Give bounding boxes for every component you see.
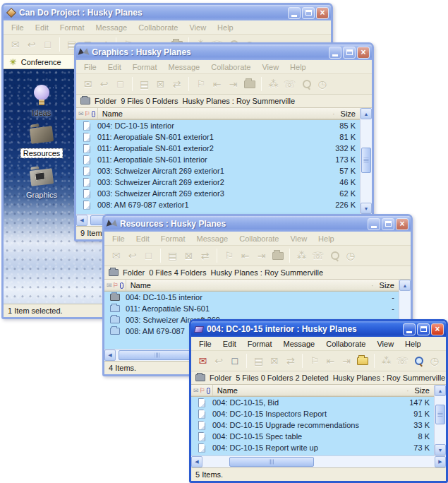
menu-help[interactable]: Help [313, 233, 339, 244]
file-icon [83, 144, 90, 153]
menu-collaborate[interactable]: Collaborate [206, 61, 255, 73]
table-row[interactable]: 008: AM 679-087 exterior1226 K [76, 199, 360, 210]
column-size[interactable]: Size [380, 281, 399, 290]
menu-format[interactable]: Format [55, 22, 90, 33]
minimize-button[interactable] [368, 218, 380, 230]
menu-view[interactable]: View [285, 233, 312, 244]
close-button[interactable]: × [396, 218, 408, 230]
menu-file[interactable]: File [107, 233, 130, 244]
file-list: 004: DC-10-15 interior85 K 011: Aeropati… [76, 120, 372, 214]
vertical-scrollbar[interactable]: ▲ ▼ [434, 385, 446, 455]
close-button[interactable]: × [431, 323, 444, 335]
scroll-up-icon[interactable]: ▲ [399, 280, 411, 291]
titlebar[interactable]: Resources : Husky Planes × [104, 216, 411, 232]
scrollbar-thumb[interactable] [119, 350, 196, 360]
new-document-icon: □ [141, 249, 156, 263]
menu-format[interactable]: Format [128, 61, 162, 73]
column-header[interactable]: ✉ ⚐ Name · Size [191, 385, 446, 397]
menu-message[interactable]: Message [192, 233, 234, 244]
titlebar[interactable]: Graphics : Husky Planes × [76, 44, 372, 60]
scrollbar-thumb[interactable] [229, 457, 314, 467]
column-header[interactable]: ✉ ⚐ Name · Size [104, 280, 411, 292]
maximize-button[interactable] [417, 323, 430, 335]
menu-format[interactable]: Format [243, 338, 277, 350]
menu-view[interactable]: View [184, 22, 211, 33]
horizontal-scrollbar[interactable]: ◀ ▶ [191, 455, 446, 467]
table-row[interactable]: 004: DC-10-15 interior85 K [76, 120, 360, 131]
file-icon [198, 432, 205, 441]
scroll-right-icon[interactable]: ▶ [435, 456, 446, 467]
minimize-button[interactable] [403, 323, 416, 335]
menu-file[interactable]: File [79, 61, 102, 73]
scroll-down-icon[interactable]: ▼ [361, 203, 372, 214]
menu-help[interactable]: Help [285, 61, 311, 73]
minimize-button[interactable] [288, 7, 301, 19]
search-icon[interactable] [411, 354, 426, 369]
table-row[interactable]: 011: Aeropatiale SN-601 interior173 K [76, 154, 360, 165]
scroll-down-icon[interactable]: ▼ [435, 444, 446, 455]
menu-message[interactable]: Message [164, 61, 205, 73]
menu-collaborate[interactable]: Collaborate [234, 233, 284, 244]
new-message-icon[interactable]: ✉ [195, 354, 210, 369]
menu-file[interactable]: File [6, 22, 29, 33]
close-button[interactable]: × [357, 47, 370, 59]
scroll-up-icon[interactable]: ▲ [435, 385, 446, 396]
column-name[interactable]: Name [126, 281, 371, 290]
menu-message[interactable]: Message [91, 22, 133, 33]
maximize-button[interactable] [343, 47, 356, 59]
table-row[interactable]: 004: DC-10-15, Bid147 K [191, 397, 434, 408]
scroll-left-icon[interactable]: ◀ [76, 215, 87, 226]
table-row[interactable]: 003: Schweizer Aircraft 269 exterior246 … [76, 177, 360, 188]
new-document-icon[interactable]: □ [227, 354, 242, 369]
menu-edit[interactable]: Edit [103, 61, 126, 73]
column-name[interactable]: Name [98, 109, 332, 118]
attachment-icon [120, 282, 123, 289]
shift-left-icon: ⇤ [210, 77, 224, 92]
menu-help[interactable]: Help [212, 22, 238, 33]
table-row[interactable]: 004: DC-10-15 Inspectors Report91 K [191, 408, 434, 419]
menu-format[interactable]: Format [156, 233, 190, 244]
table-row[interactable]: 011: Aeropatiale SN-601- [104, 303, 399, 314]
titlebar[interactable]: 004: DC-10-15 interior : Husky Planes × [191, 321, 446, 337]
file-name: 003: Schweizer Aircraft 269 exterior3 [97, 189, 339, 198]
menu-edit[interactable]: Edit [131, 233, 155, 244]
scroll-left-icon[interactable]: ◀ [104, 350, 116, 361]
menu-edit[interactable]: Edit [218, 338, 241, 350]
table-row[interactable]: 011: Aeropatiale SN-601 exterior181 K [76, 131, 360, 143]
sidebar-item-graphics[interactable]: Graphics [4, 169, 80, 199]
menu-file[interactable]: File [194, 338, 217, 350]
scrollbar-thumb[interactable] [435, 405, 445, 424]
scroll-left-icon[interactable]: ◀ [191, 456, 202, 467]
menu-collaborate[interactable]: Collaborate [133, 22, 183, 33]
table-row[interactable]: 004: DC-10-15 interior- [104, 292, 399, 303]
column-header[interactable]: ✉ ⚐ Name · Size [76, 108, 372, 120]
folder-owner: Husky Planes : Roy Summerville [211, 268, 324, 277]
column-size[interactable]: Size [415, 386, 434, 395]
menu-message[interactable]: Message [279, 338, 320, 350]
table-row[interactable]: 003: Schweizer Aircraft 269 exterior362 … [76, 188, 360, 199]
menu-view[interactable]: View [257, 61, 284, 73]
scroll-up-icon[interactable]: ▲ [361, 108, 372, 119]
table-row[interactable]: 004: DC-10-15 Spec table8 K [191, 431, 434, 442]
close-button[interactable]: × [316, 7, 329, 19]
menu-edit[interactable]: Edit [30, 22, 54, 33]
table-row[interactable]: 004: DC-10-15 Upgrade recommendations33 … [191, 419, 434, 431]
table-row[interactable]: 011: Aeropatiale SN-601 exterior2332 K [76, 143, 360, 154]
column-name[interactable]: Name [213, 386, 406, 395]
sidebar-item-resources[interactable]: Resources [4, 127, 80, 158]
menu-collaborate[interactable]: Collaborate [321, 338, 370, 350]
maximize-button[interactable] [382, 218, 394, 230]
vertical-scrollbar[interactable]: ▲ ▼ [360, 108, 372, 214]
minimize-button[interactable] [329, 47, 341, 59]
titlebar[interactable]: Can Do Project : Husky Planes × [4, 5, 331, 20]
maximize-button[interactable] [302, 7, 315, 19]
sidebar-item-ideas[interactable]: Ideas [4, 85, 80, 117]
file-name: 011: Aeropatiale SN-601 interior [97, 155, 335, 164]
parent-folder-icon[interactable] [355, 354, 370, 369]
table-row[interactable]: 004: DC-10-15 Report write up73 K [191, 442, 434, 453]
column-size[interactable]: Size [341, 109, 360, 118]
menu-view[interactable]: View [372, 338, 399, 350]
table-row[interactable]: 003: Schweizer Aircraft 269 exterior157 … [76, 165, 360, 177]
menu-help[interactable]: Help [400, 338, 426, 350]
scrollbar-thumb[interactable] [361, 148, 371, 173]
